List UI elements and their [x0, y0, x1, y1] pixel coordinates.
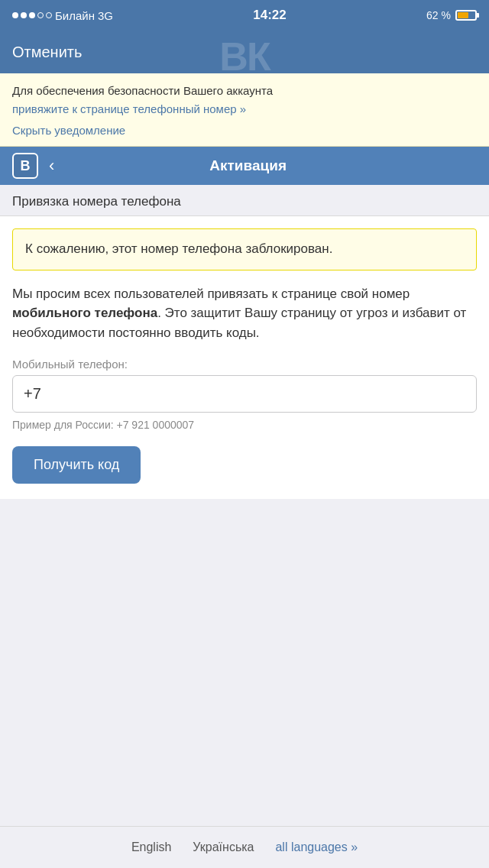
vk-watermark: ВК: [219, 37, 269, 76]
description-bold: мобильного телефона: [12, 306, 157, 320]
description: Мы просим всех пользователей привязать к…: [12, 284, 477, 343]
get-code-button[interactable]: Получить код: [12, 446, 141, 484]
error-box: К сожалению, этот номер телефона заблоки…: [12, 228, 477, 270]
error-text: К сожалению, этот номер телефона заблоки…: [25, 241, 332, 256]
phone-label: Мобильный телефон:: [12, 358, 477, 371]
footer-all-languages[interactable]: all languages »: [275, 840, 358, 854]
phone-hint: Пример для России: +7 921 0000007: [12, 419, 477, 431]
cancel-button[interactable]: Отменить: [12, 44, 82, 61]
notification-banner: Для обеспечения безопасности Вашего акка…: [0, 73, 489, 147]
footer-lang-ukrainian[interactable]: Українська: [193, 840, 254, 854]
vk-logo[interactable]: В: [12, 153, 38, 179]
dot2: [21, 12, 27, 18]
nav-bar: Отменить ВК: [0, 31, 489, 73]
inner-nav-title: Активация: [65, 157, 431, 174]
back-button[interactable]: ‹: [49, 156, 54, 176]
dot4: [37, 12, 44, 18]
section-header: Привязка номера телефона: [0, 185, 489, 216]
status-left: Билайн 3G: [12, 9, 113, 22]
battery-fill: [458, 12, 468, 18]
dot3: [29, 12, 35, 18]
carrier-label: Билайн: [55, 9, 95, 22]
status-right: 62 %: [426, 9, 477, 21]
footer-lang-english[interactable]: English: [131, 840, 171, 854]
signal-dots: [12, 12, 52, 18]
dot5: [46, 12, 52, 18]
battery-icon: [455, 10, 477, 21]
status-bar: Билайн 3G 14:22 62 %: [0, 0, 489, 31]
main-content: К сожалению, этот номер телефона заблоки…: [0, 216, 489, 499]
footer: English Українська all languages »: [0, 826, 489, 868]
notification-link[interactable]: привяжите к странице телефонный номер »: [12, 101, 477, 118]
inner-nav: В ‹ Активация: [0, 147, 489, 185]
description-before: Мы просим всех пользователей привязать к…: [12, 287, 410, 301]
notification-text: Для обеспечения безопасности Вашего акка…: [12, 84, 273, 97]
phone-input[interactable]: [12, 375, 477, 413]
network-label: 3G: [98, 9, 113, 22]
section-header-text: Привязка номера телефона: [12, 194, 181, 209]
dot1: [12, 12, 18, 18]
hide-notification-link[interactable]: Скрыть уведомление: [12, 122, 477, 139]
battery-percent: 62 %: [426, 9, 451, 21]
time-label: 14:22: [253, 8, 286, 23]
